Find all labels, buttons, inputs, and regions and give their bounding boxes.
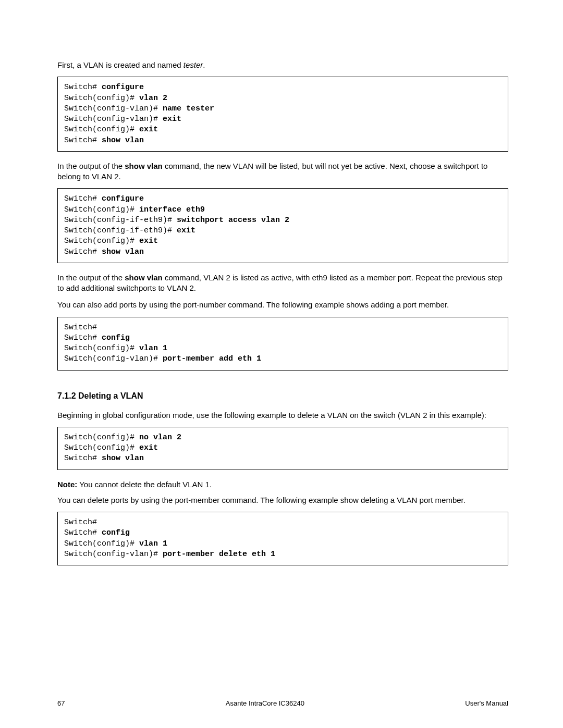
command: configure <box>102 194 144 203</box>
command: no vlan 2 <box>139 433 181 442</box>
prompt: Switch(config-vlan)# <box>64 115 163 124</box>
prompt: Switch# <box>64 248 102 256</box>
code-block-port-member-add: Switch# Switch# config Switch(config)# v… <box>57 317 508 371</box>
code-block-create-vlan: Switch# configure Switch(config)# vlan 2… <box>57 77 508 152</box>
prompt: Switch(config)# <box>64 433 139 442</box>
command: show vlan <box>102 454 144 463</box>
page-container: First, a VLAN is created and named teste… <box>0 0 563 728</box>
prompt: Switch# <box>64 528 102 537</box>
prompt: Switch(config-vlan)# <box>64 550 163 559</box>
note-label: Note: <box>57 480 77 489</box>
command: port-member delete eth 1 <box>163 550 275 559</box>
prompt: Switch# <box>64 136 102 145</box>
section-heading-deleting-vlan: 7.1.2 Deleting a VLAN <box>57 391 508 401</box>
prompt: Switch# <box>64 334 102 342</box>
prompt: Switch# <box>64 518 97 527</box>
prompt: Switch# <box>64 323 97 332</box>
prompt: Switch(config)# <box>64 94 139 103</box>
command: exit <box>139 125 158 134</box>
command: show vlan <box>102 136 144 145</box>
code-block-no-vlan: Switch(config)# no vlan 2 Switch(config)… <box>57 427 508 470</box>
command: exit <box>139 443 158 452</box>
footer-page-number: 67 <box>57 699 65 707</box>
prompt: Switch(config)# <box>64 539 139 548</box>
prompt: Switch(config-vlan)# <box>64 354 163 363</box>
paragraph-intro: First, a VLAN is created and named teste… <box>57 60 508 70</box>
text: . <box>203 60 205 69</box>
prompt: Switch(config)# <box>64 205 139 214</box>
command: interface eth9 <box>139 205 205 214</box>
text: In the output of the <box>57 162 125 170</box>
paragraph-show-vlan-2: In the output of the show vlan command, … <box>57 273 508 294</box>
italic-text: tester <box>183 60 203 69</box>
footer-product: Asante IntraCore IC36240 <box>226 699 304 707</box>
command: vlan 1 <box>139 539 167 548</box>
command: vlan 2 <box>139 94 167 103</box>
footer-doc-title: User's Manual <box>465 699 508 707</box>
bold-text: show vlan <box>125 162 163 170</box>
prompt: Switch(config-if-eth9)# <box>64 226 177 235</box>
command: exit <box>177 226 195 235</box>
code-block-port-member-delete: Switch# Switch# config Switch(config)# v… <box>57 512 508 565</box>
prompt: Switch(config)# <box>64 125 139 134</box>
command: switchport access vlan 2 <box>177 216 289 225</box>
prompt: Switch# <box>64 454 102 463</box>
prompt: Switch(config-if-eth9)# <box>64 216 177 225</box>
bold-text: show vlan <box>125 273 163 282</box>
prompt: Switch# <box>64 194 102 203</box>
paragraph-note: Note: You cannot delete the default VLAN… <box>57 479 508 490</box>
text: In the output of the <box>57 273 125 282</box>
paragraph-show-vlan-1: In the output of the show vlan command, … <box>57 161 508 182</box>
command: config <box>102 334 130 342</box>
prompt: Switch# <box>64 83 102 92</box>
prompt: Switch(config)# <box>64 443 139 452</box>
paragraph-delete-intro: Beginning in global configuration mode, … <box>57 410 508 421</box>
paragraph-delete-ports: You can delete ports by using the port-m… <box>57 495 508 505</box>
paragraph-add-ports: You can also add ports by using the port… <box>57 300 508 310</box>
command: show vlan <box>102 248 144 256</box>
text: You cannot delete the default VLAN 1. <box>77 480 212 489</box>
command: port-member add eth 1 <box>163 354 261 363</box>
page-footer: 67 Asante IntraCore IC36240 User's Manua… <box>57 699 508 707</box>
prompt: Switch(config)# <box>64 344 139 353</box>
command: name tester <box>163 104 214 113</box>
command: config <box>102 528 130 537</box>
code-block-interface: Switch# configure Switch(config)# interf… <box>57 188 508 263</box>
text: First, a VLAN is created and named <box>57 60 183 69</box>
command: exit <box>139 237 158 245</box>
command: vlan 1 <box>139 344 167 353</box>
command: configure <box>102 83 144 92</box>
prompt: Switch(config)# <box>64 237 139 245</box>
prompt: Switch(config-vlan)# <box>64 104 163 113</box>
command: exit <box>163 115 181 124</box>
